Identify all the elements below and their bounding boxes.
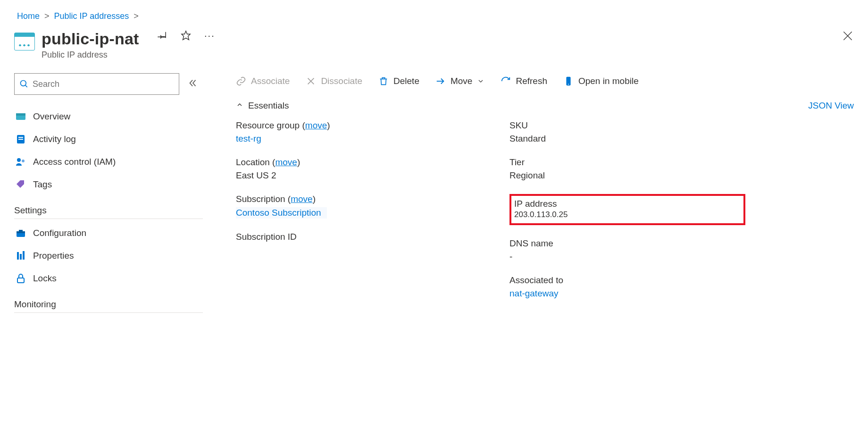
essentials-right: SKU Standard Tier Regional IP address 20… — [509, 120, 745, 299]
main-content: Associate Dissociate Delete Move Refresh — [203, 73, 854, 316]
chevron-right-icon: > — [134, 11, 139, 21]
sidebar-item-tags[interactable]: Tags — [14, 173, 203, 196]
value: - — [509, 252, 745, 262]
configuration-icon — [15, 227, 26, 239]
sidebar-item-iam[interactable]: Access control (IAM) — [14, 151, 203, 173]
trash-icon — [378, 76, 389, 86]
collapse-sidebar-icon[interactable] — [188, 78, 198, 90]
field-location: Location (move) East US 2 — [236, 157, 472, 181]
svg-marker-0 — [182, 31, 190, 40]
svg-rect-6 — [16, 113, 25, 116]
move-link[interactable]: move — [275, 157, 297, 167]
value: Regional — [509, 170, 745, 181]
sidebar-item-configuration[interactable]: Configuration — [14, 222, 203, 244]
label: Resource group — [236, 120, 300, 130]
svg-point-3 — [21, 81, 26, 86]
field-subscription-id: Subscription ID — [236, 232, 472, 245]
properties-icon — [15, 250, 26, 261]
activity-log-icon — [15, 134, 26, 145]
page-title: public-ip-nat — [42, 30, 139, 48]
essentials-left: Resource group (move) test-rg Location (… — [236, 120, 472, 299]
sidebar-section-monitoring: Monitoring — [14, 299, 203, 313]
sidebar-label: Configuration — [33, 228, 86, 238]
value: East US 2 — [236, 170, 472, 181]
close-icon[interactable] — [842, 30, 854, 44]
value: 203.0.113.0.25 — [514, 210, 740, 219]
toolbar-label: Move — [451, 76, 472, 86]
x-icon — [306, 76, 316, 86]
sidebar: Overview Activity log Access control (IA… — [14, 73, 203, 316]
tags-icon — [15, 179, 26, 190]
delete-button[interactable]: Delete — [378, 76, 419, 86]
chevron-up-icon — [236, 101, 243, 111]
overview-icon — [15, 111, 26, 122]
search-field[interactable] — [33, 79, 174, 89]
page-header: public-ip-nat ··· Public IP address — [14, 30, 854, 60]
svg-point-11 — [22, 160, 25, 162]
sidebar-item-properties[interactable]: Properties — [14, 244, 203, 267]
sidebar-label: Tags — [33, 179, 52, 190]
svg-rect-8 — [18, 137, 23, 138]
search-input[interactable] — [14, 73, 179, 95]
sidebar-item-activity[interactable]: Activity log — [14, 128, 203, 151]
label: DNS name — [509, 238, 745, 249]
label: Tier — [509, 157, 745, 168]
sidebar-section-settings: Settings — [14, 205, 203, 219]
move-link[interactable]: move — [305, 120, 327, 130]
locks-icon — [15, 273, 26, 284]
sidebar-label: Activity log — [33, 134, 76, 144]
svg-rect-17 — [23, 251, 25, 260]
value[interactable]: Contoso Subscription — [236, 207, 327, 219]
field-associated-to: Associated to nat-gateway — [509, 275, 745, 299]
essentials-header[interactable]: Essentials JSON View — [236, 101, 854, 111]
move-link[interactable]: move — [291, 194, 312, 204]
sidebar-label: Properties — [33, 251, 74, 261]
field-tier: Tier Regional — [509, 157, 745, 181]
value: Standard — [509, 134, 745, 144]
associate-button: Associate — [236, 76, 290, 86]
pin-icon[interactable] — [157, 30, 167, 42]
svg-point-10 — [17, 158, 21, 162]
toolbar-label: Associate — [251, 76, 290, 86]
chevron-right-icon: > — [44, 11, 50, 21]
breadcrumb-home[interactable]: Home — [17, 11, 40, 21]
svg-point-23 — [568, 84, 569, 85]
dissociate-button: Dissociate — [306, 76, 362, 86]
breadcrumb: Home > Public IP addresses > — [14, 9, 854, 30]
value[interactable]: test-rg — [236, 134, 472, 144]
field-resource-group: Resource group (move) test-rg — [236, 120, 472, 144]
public-ip-icon — [14, 33, 35, 51]
svg-rect-18 — [17, 278, 24, 283]
json-view-link[interactable]: JSON View — [808, 101, 854, 111]
svg-rect-16 — [20, 254, 22, 260]
value[interactable]: nat-gateway — [509, 288, 745, 299]
toolbar-label: Delete — [393, 76, 419, 86]
label: Subscription ID — [236, 232, 472, 242]
refresh-button[interactable]: Refresh — [501, 76, 547, 86]
svg-rect-15 — [17, 252, 19, 260]
mobile-icon — [563, 76, 574, 86]
svg-rect-14 — [19, 230, 23, 232]
refresh-icon — [501, 76, 511, 86]
label: SKU — [509, 120, 745, 131]
move-button[interactable]: Move — [435, 76, 484, 86]
breadcrumb-parent[interactable]: Public IP addresses — [54, 11, 129, 21]
star-icon[interactable] — [181, 30, 191, 42]
chevron-down-icon — [477, 77, 484, 85]
label: Subscription — [236, 194, 285, 204]
field-dns-name: DNS name - — [509, 238, 745, 262]
more-icon[interactable]: ··· — [204, 30, 215, 41]
label: Associated to — [509, 275, 745, 286]
svg-line-4 — [25, 85, 27, 87]
essentials-title: Essentials — [248, 101, 289, 111]
arrow-right-icon — [435, 76, 446, 86]
toolbar-label: Open in mobile — [578, 76, 639, 86]
open-mobile-button[interactable]: Open in mobile — [563, 76, 639, 86]
toolbar-label: Dissociate — [321, 76, 362, 86]
essentials-grid: Resource group (move) test-rg Location (… — [236, 120, 854, 299]
field-ip-address-highlighted: IP address 203.0.113.0.25 — [509, 194, 745, 225]
sidebar-item-locks[interactable]: Locks — [14, 267, 203, 290]
sidebar-item-overview[interactable]: Overview — [14, 105, 203, 128]
sidebar-label: Overview — [33, 111, 70, 122]
sidebar-label: Locks — [33, 273, 57, 284]
